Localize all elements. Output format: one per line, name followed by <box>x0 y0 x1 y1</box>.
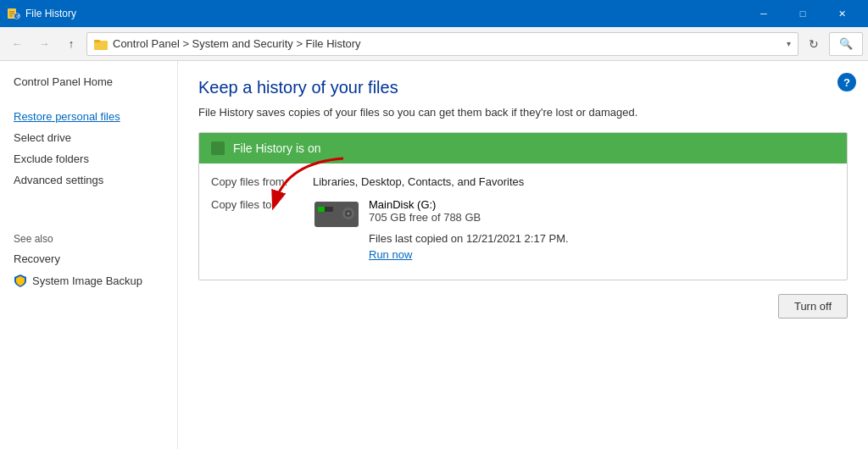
folder-icon <box>94 37 108 51</box>
status-header: File History is on <box>199 133 847 164</box>
maximize-button[interactable]: □ <box>783 0 822 27</box>
copy-to-row: Copy files to: <box>211 198 835 261</box>
breadcrumb-dropdown[interactable]: ▾ <box>787 39 791 48</box>
sidebar-item-system-image-backup[interactable]: System Image Backup <box>0 269 177 291</box>
shield-icon <box>14 274 27 287</box>
refresh-button[interactable]: ↻ <box>802 32 826 56</box>
sidebar-item-select-drive[interactable]: Select drive <box>0 127 177 148</box>
drive-details: MainDisk (G:) 705 GB free of 788 GB File… <box>369 198 569 261</box>
svg-rect-2 <box>9 14 14 15</box>
titlebar: ↺ File History ─ □ ✕ <box>0 0 868 27</box>
page-description: File History saves copies of your files … <box>198 106 848 119</box>
up-button[interactable]: ↑ <box>59 32 83 56</box>
back-button[interactable]: ← <box>5 32 29 56</box>
sidebar-divider <box>0 92 177 106</box>
window-controls: ─ □ ✕ <box>744 0 861 27</box>
page-title: Keep a history of your files <box>198 78 848 97</box>
copy-from-row: Copy files from: Libraries, Desktop, Con… <box>211 175 835 188</box>
sidebar-item-system-image-backup-label: System Image Backup <box>32 274 142 287</box>
status-dot <box>211 141 225 155</box>
copy-from-value: Libraries, Desktop, Contacts, and Favori… <box>313 175 524 188</box>
address-box[interactable]: Control Panel > System and Security > Fi… <box>86 32 798 56</box>
svg-rect-3 <box>9 15 13 17</box>
sidebar-item-restore-files[interactable]: Restore personal files <box>0 106 177 127</box>
minimize-button[interactable]: ─ <box>744 0 783 27</box>
sidebar-item-advanced-settings[interactable]: Advanced settings <box>0 169 177 191</box>
sidebar-item-exclude-folders[interactable]: Exclude folders <box>0 148 177 169</box>
sidebar: Control Panel Home Restore personal file… <box>0 61 178 449</box>
drive-space: 705 GB free of 788 GB <box>369 211 569 224</box>
run-now-link[interactable]: Run now <box>369 248 412 261</box>
breadcrumb-text: Control Panel > System and Security > Fi… <box>113 37 782 50</box>
close-button[interactable]: ✕ <box>822 0 861 27</box>
copy-from-label: Copy files from: <box>211 175 313 188</box>
addressbar: ← → ↑ Control Panel > System and Securit… <box>0 27 868 61</box>
search-box[interactable]: 🔍 <box>829 32 863 56</box>
sidebar-item-recovery[interactable]: Recovery <box>0 248 177 269</box>
content-area: ? Keep a history of your files File Hist… <box>178 61 868 449</box>
copy-to-label: Copy files to: <box>211 198 313 211</box>
help-button[interactable]: ? <box>837 73 856 91</box>
status-body: Copy files from: Libraries, Desktop, Con… <box>199 164 847 280</box>
svg-point-15 <box>348 213 350 215</box>
drive-info-container: MainDisk (G:) 705 GB free of 788 GB File… <box>313 198 569 261</box>
sidebar-item-control-panel-home[interactable]: Control Panel Home <box>0 71 177 92</box>
main-layout: Control Panel Home Restore personal file… <box>0 61 868 449</box>
svg-rect-12 <box>318 207 325 212</box>
turn-off-button[interactable]: Turn off <box>778 294 848 319</box>
svg-text:↺: ↺ <box>16 14 19 19</box>
drive-name: MainDisk (G:) <box>369 198 569 211</box>
search-icon: 🔍 <box>839 37 853 50</box>
status-title: File History is on <box>233 141 320 155</box>
last-copied-text: Files last copied on 12/21/2021 2:17 PM. <box>369 232 569 245</box>
svg-rect-1 <box>9 11 14 13</box>
forward-button[interactable]: → <box>32 32 56 56</box>
status-box: File History is on Copy files from: Libr… <box>198 132 848 280</box>
see-also-label: See also <box>0 224 177 248</box>
window-title: File History <box>25 8 744 19</box>
svg-rect-7 <box>94 40 100 42</box>
action-row: Turn off <box>198 294 848 319</box>
file-history-title-icon: ↺ <box>7 7 20 20</box>
drive-icon <box>313 198 360 233</box>
